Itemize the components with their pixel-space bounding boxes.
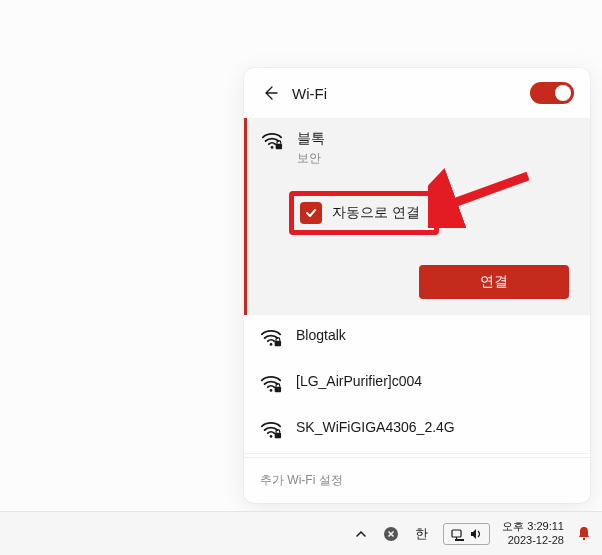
taskbar: 한 오후 3:29:11 2023-12-28	[0, 511, 602, 555]
tray-status-icon[interactable]	[382, 525, 400, 543]
network-row: 블톡 보안	[261, 130, 574, 167]
volume-icon	[469, 527, 483, 541]
network-name: SK_WiFiGIGA4306_2.4G	[296, 419, 455, 435]
highlight-box: 자동으로 연결	[289, 191, 439, 235]
svg-point-12	[583, 537, 585, 539]
tray-overflow-button[interactable]	[352, 525, 370, 543]
network-security-label: 보안	[297, 150, 325, 167]
auto-connect-checkbox[interactable]	[300, 202, 322, 224]
connect-button[interactable]: 연결	[419, 265, 569, 299]
ethernet-icon	[450, 526, 466, 542]
wifi-panel: Wi-Fi 블톡 보안	[244, 68, 590, 503]
network-name: [LG_AirPurifier]c004	[296, 373, 422, 389]
network-item-selected[interactable]: 블톡 보안 자동으로 연결 연결	[244, 118, 590, 315]
svg-point-6	[270, 435, 273, 438]
svg-rect-11	[455, 539, 464, 541]
network-item[interactable]: SK_WiFiGIGA4306_2.4G	[244, 407, 590, 453]
wifi-toggle[interactable]	[530, 82, 574, 104]
wifi-secure-icon	[261, 130, 283, 152]
svg-rect-1	[276, 144, 282, 150]
svg-point-0	[271, 146, 274, 149]
ime-indicator[interactable]: 한	[412, 525, 431, 543]
chevron-up-icon	[355, 528, 367, 540]
network-item[interactable]: [LG_AirPurifier]c004	[244, 361, 590, 407]
more-wifi-settings-link[interactable]: 추가 Wi-Fi 설정	[244, 457, 590, 503]
clock[interactable]: 오후 3:29:11 2023-12-28	[502, 520, 564, 546]
wifi-secure-icon	[260, 327, 282, 349]
network-list: 블톡 보안 자동으로 연결 연결	[244, 118, 590, 457]
auto-connect-label: 자동으로 연결	[332, 204, 420, 222]
svg-rect-7	[275, 433, 281, 439]
wifi-secure-icon	[260, 419, 282, 441]
notification-button[interactable]	[576, 525, 594, 543]
bell-icon	[576, 525, 592, 541]
toggle-thumb	[555, 85, 571, 101]
time-label: 오후 3:29:11	[502, 520, 564, 533]
svg-rect-10	[452, 530, 461, 537]
svg-point-4	[270, 389, 273, 392]
circle-x-icon	[383, 526, 399, 542]
network-name: Blogtalk	[296, 327, 346, 343]
network-name: 블톡	[297, 130, 325, 148]
svg-point-2	[270, 343, 273, 346]
panel-header: Wi-Fi	[244, 68, 590, 118]
back-button[interactable]	[260, 83, 280, 103]
network-item[interactable]: Blogtalk	[244, 315, 590, 361]
network-tray[interactable]	[443, 523, 490, 545]
wifi-secure-icon	[260, 373, 282, 395]
svg-rect-5	[275, 387, 281, 393]
panel-title: Wi-Fi	[292, 85, 518, 102]
arrow-left-icon	[262, 85, 278, 101]
svg-rect-3	[275, 341, 281, 347]
date-label: 2023-12-28	[508, 534, 564, 547]
check-icon	[304, 206, 318, 220]
network-info: 블톡 보안	[297, 130, 325, 167]
